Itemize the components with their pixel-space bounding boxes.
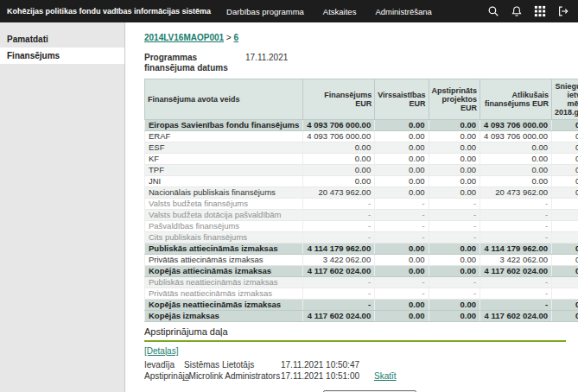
menu-item-darbibas-programma[interactable]: Darbības programma — [226, 7, 304, 16]
row-value: 0.00 — [429, 243, 480, 255]
finance-date-value: 17.11.2021 — [245, 53, 288, 73]
row-value: - — [303, 277, 375, 288]
row-value: 20 473 962.00 — [303, 187, 375, 199]
row-value: - — [429, 221, 480, 232]
finance-table: Finansējuma avota veids Finansējums EUR … — [144, 79, 578, 322]
finance-date-label: Programmas finansējuma datums — [144, 53, 245, 73]
row-label: Kopējās attiecināmās izmaksas — [145, 266, 303, 277]
row-label: Eiropas Savienības fondu finansējums — [145, 120, 303, 131]
table-row-privatas-neattiecinamas-izmaksas: Privātās neattiecināmās izmaksas----- — [145, 288, 578, 300]
menu-item-atskaites[interactable]: Atskaites — [323, 7, 357, 16]
row-value: 4 114 179 962.00 — [480, 243, 552, 255]
row-value: 0.00 — [375, 187, 429, 199]
row-value: 0.00 — [429, 311, 480, 322]
row-value: 0.00 — [429, 187, 480, 199]
row-value: 4 117 602 024.00 — [303, 311, 375, 322]
table-row-publiskas-attiecinamas-izmaksas: Publiskās attiecināmās izmaksas4 114 179… — [145, 243, 578, 255]
row-value: 0.00 — [375, 154, 429, 165]
apps-grid-icon[interactable] — [532, 3, 548, 19]
row-value: 0.00 — [375, 142, 429, 154]
row-value: 0.00 — [375, 300, 429, 311]
row-label: KF — [145, 154, 303, 165]
header-remaining-financing-eur: Atlikušais finansējums EUR — [480, 79, 552, 120]
row-value: 3 422 062.00 — [303, 255, 375, 266]
approval-label: Apstiprināja — [144, 370, 184, 382]
approval-label: Ievadīja — [144, 359, 184, 370]
row-value: 0.00 — [552, 300, 578, 311]
details-link[interactable]: [Detaļas] — [144, 346, 178, 356]
header-financing-eur: Finansējums EUR — [303, 79, 375, 120]
row-value: - — [480, 199, 552, 210]
finance-table-body: Eiropas Savienības fondu finansējums4 09… — [145, 120, 578, 322]
row-value: 0.00 — [552, 311, 578, 322]
approval-section-title: Apstiprinājuma daļa — [144, 326, 578, 337]
table-row-valsts-budzeta-dotacija-pasvaldibam: Valsts budžeta dotācija pašvaldībām----- — [145, 210, 578, 221]
table-row-kopejas-neattiecinamas-izmaksas: Kopējās neattiecināmās izmaksas-0.000.00… — [145, 300, 578, 311]
row-label: Valsts budžeta dotācija pašvaldībām — [145, 210, 303, 221]
row-value: - — [429, 277, 480, 288]
row-label: Valsts budžeta finansējums — [145, 199, 303, 210]
row-value: 0.00 — [429, 255, 480, 266]
row-value: 0.00 — [303, 154, 375, 165]
row-value: 4 093 706 000.00 — [303, 131, 375, 142]
menu-item-administresana[interactable]: Administrēšana — [375, 7, 431, 16]
sidebar-item-finansejums[interactable]: Finansējums — [0, 47, 124, 64]
row-label: Publiskās neattiecināmās izmaksas — [145, 277, 303, 288]
row-label: Kopējās neattiecināmās izmaksas — [145, 300, 303, 311]
row-value: - — [480, 288, 552, 300]
breadcrumb-sub-link[interactable]: 6 — [234, 33, 239, 42]
table-row-pasvaldibas-finansejums: Pašvaldības finansējums----- — [145, 221, 578, 232]
row-value: 0.00 — [375, 120, 429, 131]
row-value: - — [429, 232, 480, 243]
row-value: - — [429, 210, 480, 221]
row-value: 4 093 706 000.00 — [480, 131, 552, 142]
search-icon[interactable] — [486, 3, 501, 19]
row-value: - — [480, 221, 552, 232]
row-value: 0.00 — [375, 165, 429, 176]
row-value: - — [303, 221, 375, 232]
row-value: - — [303, 288, 375, 300]
row-label: JNI — [145, 176, 303, 187]
logout-icon[interactable] — [556, 3, 571, 19]
row-value: - — [480, 300, 552, 311]
row-value: - — [375, 210, 429, 221]
row-value: 0.00 — [480, 154, 552, 165]
breadcrumb: 2014LV16MAOP001 > 6 — [144, 33, 578, 42]
row-value: - — [552, 288, 578, 300]
row-value: 0.00 — [375, 255, 429, 266]
sidebar-item-pamatdati[interactable]: Pamatdati — [0, 31, 124, 47]
row-value: 0.00 — [552, 142, 578, 154]
header-performance-framework-2018: Snieguma ietvara mērķis 2018.gadā — [552, 79, 578, 120]
row-value: 0.00 — [429, 131, 480, 142]
row-value: 4 093 706 000.00 — [480, 120, 552, 131]
page-layout: PamatdatiFinansējums 2014LV16MAOP001 > 6… — [0, 22, 578, 392]
table-row-kopejas-attiecinamas-izmaksas: Kopējās attiecināmās izmaksas4 117 602 0… — [145, 266, 578, 277]
breadcrumb-program-link[interactable]: 2014LV16MAOP001 — [144, 33, 224, 42]
header-approved-projects-eur: Apstiprināts projektos EUR — [429, 79, 480, 120]
row-value: 0.00 — [552, 255, 578, 266]
row-value: 4 117 602 024.00 — [480, 266, 552, 277]
row-value: - — [429, 288, 480, 300]
view-link[interactable]: Skatīt — [374, 370, 397, 382]
row-label: Nacionālais publiskais finansējums — [145, 187, 303, 199]
row-value: - — [552, 210, 578, 221]
table-row-tpf: TPF0.000.000.000.000.00 — [145, 165, 578, 176]
table-row-eiropas-savienibas-fondu-finansejums: Eiropas Savienības fondu finansējums4 09… — [145, 120, 578, 131]
row-value: - — [480, 232, 552, 243]
row-value: - — [375, 199, 429, 210]
table-row-nacionalais-publiskais-finansejums: Nacionālais publiskais finansējums20 473… — [145, 187, 578, 199]
row-value: 4 093 706 000.00 — [303, 120, 375, 131]
notifications-bell-icon[interactable] — [509, 3, 524, 19]
header-source-type: Finansējuma avota veids — [145, 79, 303, 120]
row-value: 0.00 — [480, 165, 552, 176]
row-value: 4 117 602 024.00 — [303, 266, 375, 277]
row-label: Privātās attiecināmās izmaksas — [145, 255, 303, 266]
approval-rows: IevadījaSistēmas Lietotājs17.11.2021 10:… — [144, 359, 578, 382]
row-label: Cits publiskais finansējums — [145, 232, 303, 243]
main-content: 2014LV16MAOP001 > 6 Programmas finansēju… — [125, 22, 578, 392]
row-value: 0.00 — [429, 266, 480, 277]
row-label: Privātās neattiecināmās izmaksas — [145, 288, 303, 300]
table-row-jni: JNI0.000.000.000.000.00 — [145, 176, 578, 187]
row-value: 0.00 — [552, 266, 578, 277]
sidebar: PamatdatiFinansējums — [0, 22, 125, 392]
